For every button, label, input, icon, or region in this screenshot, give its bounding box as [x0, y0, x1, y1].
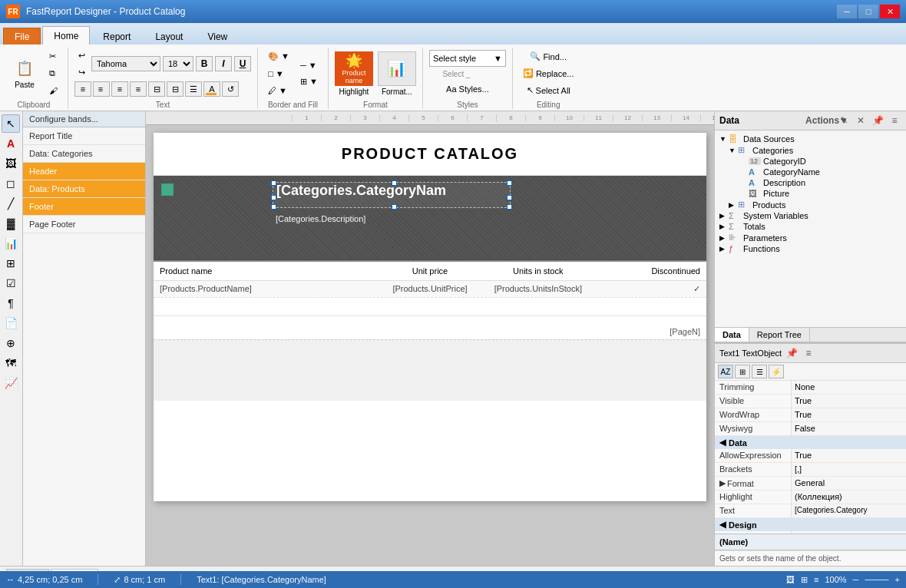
- prop-highlight: Highlight (Коллекция): [715, 491, 906, 504]
- band-report-title[interactable]: Report Title: [23, 127, 145, 145]
- tree-parameters[interactable]: ▶ ⊪ Parameters: [718, 232, 903, 243]
- maximize-button[interactable]: □: [858, 5, 878, 18]
- tab-report[interactable]: Report: [91, 28, 142, 45]
- band-footer[interactable]: Footer: [23, 198, 145, 216]
- border-width-button[interactable]: ─ ▼: [296, 58, 322, 73]
- undo-button[interactable]: ↩: [74, 48, 89, 63]
- image-tool[interactable]: 🖼: [2, 154, 20, 173]
- redo2-button[interactable]: ↺: [222, 81, 239, 97]
- prop-wysiwyg: Wysiwyg False: [715, 422, 906, 436]
- fill-color-button[interactable]: 🎨 ▼: [264, 49, 293, 64]
- prop-text: Text [Categories.Category: [715, 504, 906, 518]
- align-left-button[interactable]: ≡: [74, 81, 91, 97]
- band-data-products[interactable]: Data: Products: [23, 180, 145, 198]
- select-style-dropdown[interactable]: Select style ▼: [429, 50, 506, 67]
- tree-totals[interactable]: ▶ Σ Totals: [718, 221, 903, 232]
- cut-button[interactable]: ✂: [45, 49, 61, 64]
- col-header-product: Product name: [160, 266, 376, 276]
- bold-button[interactable]: B: [196, 56, 213, 71]
- props-pin-button[interactable]: 📌: [785, 346, 799, 360]
- tree-categories[interactable]: ▼ ⊞ Categories: [718, 144, 903, 156]
- tree-picture[interactable]: 🖼 Picture: [718, 188, 903, 199]
- props-button4[interactable]: ⚡: [769, 365, 784, 378]
- sparkline-tool[interactable]: 📈: [2, 374, 20, 392]
- props-button3[interactable]: ☰: [752, 365, 767, 378]
- tree-category-name[interactable]: A CategoryName: [718, 167, 903, 177]
- align-button[interactable]: ⊞ ▼: [296, 74, 322, 90]
- sort-category-button[interactable]: ⊞: [735, 365, 750, 378]
- copy-button[interactable]: ⧉: [45, 66, 61, 81]
- styles-button[interactable]: Aа Styles...: [442, 81, 493, 97]
- tree-category-id[interactable]: 12 CategoryID: [718, 156, 903, 167]
- font-size-select[interactable]: 18: [163, 56, 193, 71]
- category-desc-text: [Categories.Description]: [273, 213, 369, 225]
- prop-selected-name: (Name): [715, 533, 906, 550]
- shape-tool[interactable]: ◻: [2, 174, 20, 193]
- find-button[interactable]: 🔍 Find...: [526, 49, 570, 64]
- category-name-field[interactable]: [Categories.CategoryNam: [273, 182, 511, 208]
- sort-alpha-button[interactable]: AZ: [718, 365, 733, 378]
- band-page-footer[interactable]: Page Footer: [23, 216, 145, 233]
- align-center-button[interactable]: ≡: [93, 81, 110, 97]
- redo-button[interactable]: ↪: [74, 64, 89, 80]
- paste-button[interactable]: 📋 Paste: [6, 54, 43, 94]
- font-select[interactable]: Tahoma: [91, 56, 160, 71]
- color-button[interactable]: A: [203, 81, 220, 97]
- table-tool[interactable]: ⊞: [2, 254, 20, 273]
- line-tool[interactable]: ╱: [2, 194, 20, 213]
- data-close-button[interactable]: ✕: [854, 114, 868, 127]
- props-menu-button[interactable]: ≡: [802, 346, 815, 360]
- barcode-tool[interactable]: ▓: [2, 214, 20, 233]
- highlight-big-button[interactable]: 🌟 Product name: [335, 51, 373, 86]
- italic-button[interactable]: I: [215, 56, 232, 71]
- select-all-button[interactable]: ↖ Select All: [523, 83, 574, 98]
- window-title: FastReport Designer - Product Catalog: [26, 6, 837, 17]
- cross-tool[interactable]: ⊕: [2, 334, 20, 352]
- data-menu-button[interactable]: ≡: [888, 114, 901, 127]
- tree-products[interactable]: ▶ ⊞ Products: [718, 199, 903, 210]
- tab-view[interactable]: View: [196, 28, 239, 45]
- editing-group: 🔍 Find... 🔁 Replace... ↖ Select All Edit…: [519, 48, 584, 109]
- tab-report-tree[interactable]: Report Tree: [749, 328, 810, 342]
- justify-button[interactable]: ≡: [130, 81, 147, 97]
- tab-layout[interactable]: Layout: [144, 28, 194, 45]
- border-button[interactable]: □ ▼: [264, 66, 293, 81]
- tab-file[interactable]: File: [3, 28, 41, 45]
- format-big-button[interactable]: 📊: [378, 51, 416, 86]
- check-tool[interactable]: ☑: [2, 274, 20, 292]
- band-header[interactable]: Header: [23, 163, 145, 180]
- tree-data-sources[interactable]: ▼ 🗄 Data Sources: [718, 134, 903, 144]
- tree-system-variables[interactable]: ▶ Σ System Variables: [718, 210, 903, 221]
- underline-button[interactable]: U: [234, 56, 251, 71]
- report-canvas: PRODUCT CATALOG [Categories.Categ: [154, 133, 706, 501]
- text-tool[interactable]: A: [2, 134, 20, 153]
- map-tool[interactable]: 🗺: [2, 354, 20, 372]
- band-data-categories[interactable]: Data: Categories: [23, 145, 145, 163]
- designer-canvas[interactable]: 1 2 3 4 5 6 7 8 9 10 11 12 13 14 15 16 1…: [146, 111, 714, 566]
- tab-home[interactable]: Home: [42, 26, 90, 45]
- pointer-tool[interactable]: ↖: [2, 114, 20, 133]
- ribbon-content: 📋 Paste ✂ ⧉ 🖌 Clipboard: [0, 45, 906, 111]
- outdent-button[interactable]: ⊟: [167, 81, 184, 97]
- replace-button[interactable]: 🔁 Replace...: [519, 66, 578, 81]
- configure-bands-button[interactable]: Configure bands...: [23, 111, 145, 127]
- minimize-button[interactable]: ─: [837, 5, 857, 18]
- data-actions-button[interactable]: Actions ▼: [820, 114, 834, 127]
- border-color-button[interactable]: 🖊 ▼: [264, 83, 293, 98]
- prop-trimming: Trimming None: [715, 381, 906, 395]
- tab-data[interactable]: Data: [715, 328, 749, 342]
- close-button[interactable]: ✕: [880, 5, 900, 18]
- rtf-tool[interactable]: ¶: [2, 294, 20, 312]
- format-painter-button[interactable]: 🖌: [45, 83, 61, 98]
- right-panel: Data Actions ▼ ✎ ✕ 📌 ≡ ▼ 🗄 Data Sources: [714, 111, 906, 566]
- subreport-tool[interactable]: 📄: [2, 314, 20, 332]
- numbering-button[interactable]: ☰: [185, 81, 202, 97]
- align-right-button[interactable]: ≡: [111, 81, 128, 97]
- category-desc-field[interactable]: [Categories.Description]: [273, 214, 449, 231]
- tree-functions[interactable]: ▶ ƒ Functions: [718, 243, 903, 254]
- data-new-button[interactable]: ✎: [837, 114, 851, 127]
- tree-description[interactable]: A Description: [718, 177, 903, 188]
- chart-tool[interactable]: 📊: [2, 234, 20, 253]
- indent-button[interactable]: ⊟: [148, 81, 165, 97]
- data-pin-button[interactable]: 📌: [871, 114, 885, 127]
